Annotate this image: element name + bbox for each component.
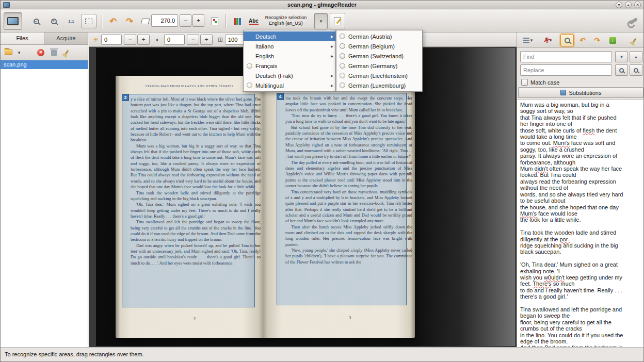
- radio-icon: [247, 63, 252, 69]
- sources-pane-toggle-button[interactable]: [4, 12, 22, 30]
- clear-output-button[interactable]: [627, 34, 641, 46]
- rotation-angle-spinbox[interactable]: 270.0: [151, 14, 178, 27]
- output-line: the house, and she hoped that one day: [520, 204, 641, 210]
- app-window: scan.png - gImageReader ▾ ▴ ✕ − + 1:1 ↶ …: [0, 0, 644, 362]
- ocr-selection-2[interactable]: 2: [122, 94, 255, 307]
- titlebar[interactable]: scan.png - gImageReader ▾ ▴ ✕: [1, 1, 643, 9]
- find-input[interactable]: [520, 51, 612, 62]
- replace-input[interactable]: [520, 64, 612, 76]
- file-list: scan.png: [1, 60, 88, 69]
- output-line: Tina took the wooden ladle and stirred: [520, 229, 641, 236]
- language-menu-item-english[interactable]: English▸: [244, 51, 335, 61]
- contrast-increase-button[interactable]: +: [200, 35, 213, 45]
- autodetect-layout-button[interactable]: [207, 14, 222, 28]
- menu-item-label: Deutsch: [255, 34, 328, 40]
- language-submenu-item-german-switzerland[interactable]: German (Switzerland): [336, 51, 422, 61]
- menu-item-label: Italiano: [255, 43, 328, 50]
- radio-icon: [340, 73, 345, 78]
- radio-icon: [340, 63, 345, 69]
- output-redo-button[interactable]: ↷: [590, 34, 604, 46]
- file-list-item[interactable]: scan.png: [1, 60, 88, 69]
- submenu-arrow-icon: ▸: [328, 43, 333, 49]
- language-menu-item-fran-ais[interactable]: Français: [244, 61, 335, 71]
- output-line: [520, 223, 641, 229]
- substitutions-button[interactable]: Substitutions: [518, 87, 643, 98]
- menu-item-label: German (Austria): [348, 34, 420, 40]
- zoom-fit-button[interactable]: [81, 14, 96, 28]
- scanner-display-icon: [7, 17, 19, 25]
- find-next-button[interactable]: ▾: [615, 51, 628, 62]
- language-submenu-item-german-germany[interactable]: German (Germany): [336, 61, 422, 71]
- output-line: her finger into one of: [520, 121, 641, 127]
- language-submenu-item-german-austria[interactable]: German (Austria): [336, 31, 422, 41]
- output-line: that Tina always felt that if she pushed: [520, 114, 641, 121]
- replace-button[interactable]: [615, 64, 628, 76]
- contrast-decrease-button[interactable]: −: [187, 35, 199, 45]
- rotate-right-button[interactable]: ↷: [122, 14, 137, 28]
- minimize-button[interactable]: ▾: [616, 2, 622, 8]
- output-undo-button[interactable]: ↶: [576, 34, 589, 46]
- language-submenu-item-german-belgium[interactable]: German (Belgium): [336, 41, 422, 51]
- rotate-left-button[interactable]: ↶: [106, 14, 120, 28]
- language-menu-item-multilingual[interactable]: Multilingual▸: [244, 80, 335, 90]
- language-menu-item-deutsch[interactable]: Deutsch▸: [244, 31, 335, 41]
- edit-page-icon: [334, 17, 341, 25]
- broom-icon: [632, 38, 636, 42]
- contrast-spinbox[interactable]: 0: [164, 35, 185, 45]
- rotation-icon-holder: [139, 14, 151, 28]
- undo-icon: ↶: [579, 37, 586, 44]
- rotation-decrease-button[interactable]: −: [180, 14, 191, 27]
- misspelled-word: por-: [559, 236, 570, 242]
- output-pane-toggle-button[interactable]: [330, 13, 345, 29]
- brightness-spinbox[interactable]: 0: [101, 35, 122, 45]
- find-prev-button[interactable]: ▴: [630, 51, 642, 62]
- strip-linebreaks-button[interactable]: ¶ ▾: [540, 34, 557, 46]
- delete-image-button[interactable]: [48, 46, 59, 59]
- page-layout-icon: [212, 17, 218, 25]
- find-replace-toggle-button[interactable]: [560, 34, 574, 46]
- menu-item-label: English: [255, 53, 328, 59]
- insert-mode-button[interactable]: ▾: [519, 34, 537, 46]
- brightness-decrease-button[interactable]: −: [124, 35, 136, 45]
- resolution-icon: ⊞: [218, 36, 223, 44]
- settings-button[interactable]: [625, 13, 641, 29]
- chevron-down-icon: ▾: [18, 50, 21, 55]
- menu-item-label: German (Belgium): [348, 43, 420, 50]
- image-canvas[interactable]: STRONG-MAN FROM PIRAEUS AND OTHER STORIE…: [89, 47, 517, 347]
- image-controls-toggle-button[interactable]: [230, 14, 245, 28]
- tab-acquire[interactable]: Acquire: [44, 32, 88, 44]
- language-submenu-item-german-luxembourg[interactable]: German (Luxembourg): [336, 80, 422, 90]
- brightness-increase-button[interactable]: +: [137, 35, 150, 45]
- ocr-selection-4[interactable]: 4: [277, 93, 407, 305]
- language-menu-item-deutsch-frak[interactable]: Deutsch (Frak)▸: [244, 71, 335, 80]
- recognize-language-dropdown-button[interactable]: ▾: [314, 13, 328, 29]
- misspelled-word: w0uldn't: [544, 274, 565, 281]
- selection-badge: 2: [122, 94, 129, 101]
- tab-files[interactable]: Files: [1, 32, 44, 44]
- output-text[interactable]: Mum was a big woman, but big in asoggy s…: [517, 99, 644, 347]
- maximize-button[interactable]: ▴: [625, 2, 632, 8]
- rotation-increase-button[interactable]: +: [192, 14, 204, 27]
- output-line: Mum didn't often speak the way her face: [520, 166, 641, 172]
- zoom-original-button[interactable]: 1:1: [63, 14, 79, 28]
- resolution-spinbox[interactable]: 100: [225, 35, 244, 45]
- trash-icon: [51, 50, 57, 56]
- radio-icon: [340, 53, 345, 59]
- language-menu-item-italiano[interactable]: Italiano▸: [244, 41, 335, 51]
- add-images-dropdown-button[interactable]: ▾: [15, 46, 23, 59]
- clear-files-button[interactable]: [61, 46, 72, 59]
- output-line: Mum was a big woman, but big in a: [520, 102, 641, 108]
- language-submenu-item-german-liechtenstein[interactable]: German (Liechtenstein): [336, 71, 422, 80]
- match-case-checkbox[interactable]: [521, 79, 528, 86]
- zoom-out-button[interactable]: −: [28, 14, 44, 28]
- zoom-in-button[interactable]: +: [46, 14, 61, 28]
- chevron-down-icon: ▾: [320, 19, 323, 24]
- save-output-button[interactable]: ↓: [606, 34, 619, 46]
- output-line: wish you w0uldn't keep getting under my: [520, 274, 641, 281]
- menu-item-label: Deutsch (Frak): [255, 73, 328, 79]
- submenu-arrow-icon: ▸: [328, 83, 333, 88]
- remove-image-button[interactable]: ✕: [35, 46, 46, 59]
- replace-all-button[interactable]: [630, 64, 642, 76]
- close-button[interactable]: ✕: [634, 2, 641, 8]
- add-images-button[interactable]: [3, 46, 14, 59]
